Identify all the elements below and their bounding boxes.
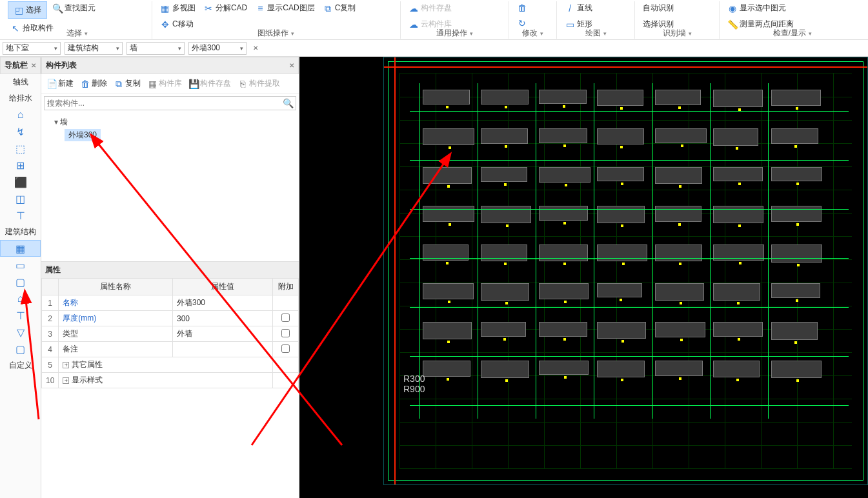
prop-value[interactable] (172, 342, 272, 357)
show-selected-icon: ◉ (727, 3, 738, 14)
show-cad-layer-label: 显示CAD图层 (267, 3, 314, 14)
component-store-icon: ☁ (409, 3, 419, 14)
multi-view[interactable]: ▦多视图 (157, 1, 198, 15)
drawing-canvas[interactable]: R300R900 (299, 57, 868, 498)
nav-tool-icon[interactable]: ⬚ (0, 140, 41, 157)
split-cad[interactable]: ✂分解CAD (201, 1, 250, 15)
ribbon-group: /直线▭矩形绘图 (557, 1, 635, 39)
prop-row[interactable]: 1名称外墙300 (42, 295, 299, 311)
ribbon-group: ◰选择🔍查找图元↖拾取构件选择 (3, 1, 152, 39)
category-select[interactable]: 建筑结构 (65, 42, 123, 55)
building-block (771, 322, 818, 340)
select-button-icon: ◰ (14, 5, 24, 15)
component-search[interactable]: 🔍 (44, 96, 296, 110)
ribbon-group-label: 绘图 (585, 28, 607, 39)
prop-extra[interactable] (273, 295, 299, 311)
delete-label: 删除 (92, 78, 107, 89)
c-move[interactable]: ✥C移动 (157, 17, 196, 31)
grid-line (478, 83, 478, 419)
component-store[interactable]: ☁构件存盘 (406, 1, 454, 15)
building-block (713, 283, 760, 301)
show-selected[interactable]: ◉显示选中图元 (725, 1, 789, 15)
component-select[interactable]: 外墙300 (188, 42, 247, 55)
pick-component-icon: ↖ (10, 23, 21, 34)
tree-item-wall300[interactable]: 外墙300 (65, 129, 101, 141)
filter-bar: 地下室 建筑结构 墙 外墙300 ✕ (0, 40, 868, 57)
toolbar-copy[interactable]: ⧉复制 (111, 77, 143, 90)
new-icon: 📄 (46, 79, 57, 89)
prop-index: 1 (42, 295, 59, 311)
nav-tool-icon[interactable]: ⊞ (0, 157, 41, 174)
c-move-icon: ✥ (160, 19, 170, 30)
building-block (655, 206, 701, 222)
nav-tool-icon[interactable]: ⌂ (0, 106, 41, 123)
show-cad-layer[interactable]: ≡显示CAD图层 (252, 1, 317, 15)
building-block (481, 128, 528, 144)
nav-tool-icon[interactable]: ◫ (0, 190, 41, 207)
nav-tool-icon[interactable]: ⌂ (0, 290, 41, 307)
measure-distance-icon: 📏 (727, 19, 738, 30)
nav-tool-icon[interactable]: ▢ (0, 274, 41, 290)
line[interactable]: /直线 (562, 1, 595, 15)
prop-extra[interactable] (273, 342, 299, 357)
split-cad-icon: ✂ (203, 3, 214, 14)
nav-close-icon[interactable]: ✕ (31, 62, 36, 69)
toolbar-component-save: 💾构件存盘 (186, 77, 234, 90)
type-select[interactable]: 墙 (126, 42, 185, 55)
delete[interactable]: 🗑 (514, 1, 532, 14)
grid-line (410, 111, 849, 112)
multi-view-icon: ▦ (160, 3, 170, 14)
filter-close-icon[interactable]: ✕ (253, 45, 258, 52)
search-input[interactable] (47, 99, 283, 108)
building-block (655, 167, 702, 184)
nav-tool-icon[interactable]: ⬛ (0, 174, 41, 190)
prop-extra[interactable] (273, 311, 299, 326)
nav-tool-icon[interactable]: ▭ (0, 257, 41, 274)
nav-tool-icon[interactable]: ▦ (0, 240, 41, 257)
prop-row[interactable]: 5+其它属性 (42, 357, 299, 373)
prop-row[interactable]: 2厚度(mm)300 (42, 311, 299, 326)
auto-recognize[interactable]: 自动识别 (640, 1, 676, 15)
select-button[interactable]: ◰选择 (8, 1, 47, 19)
nav-tool-icon[interactable]: ⊤ (0, 307, 41, 324)
properties-panel: 属性 属性名称 属性值 附加 1名称外墙3002厚度(mm)3003类型外墙4备… (41, 261, 299, 388)
building-block (713, 361, 760, 377)
prop-row[interactable]: 3类型外墙 (42, 326, 299, 342)
prop-col-name: 属性名称 (59, 279, 173, 295)
rect-icon: ▭ (565, 19, 575, 30)
ribbon-group-label: 识别墙 (663, 28, 692, 39)
new-label: 新建 (58, 78, 74, 89)
nav-tool-icon[interactable]: ▽ (0, 324, 41, 341)
ribbon-group: ▦多视图✂分解CAD≡显示CAD图层⧉C复制✥C移动图纸操作 (152, 1, 401, 39)
prop-value[interactable]: 300 (172, 311, 272, 326)
floor-select[interactable]: 地下室 (3, 42, 61, 55)
nav-tool-icon[interactable]: ↯ (0, 123, 41, 140)
nav-section-label: 建筑结构 (0, 224, 41, 240)
grid-line (536, 83, 536, 419)
prop-name: 类型 (59, 326, 173, 342)
expand-icon[interactable]: + (63, 362, 69, 368)
toolbar-new[interactable]: 📄新建 (44, 77, 76, 90)
toolbar-delete[interactable]: 🗑删除 (77, 77, 110, 90)
expand-icon[interactable]: + (63, 377, 69, 384)
c-copy-icon: ⧉ (323, 3, 333, 14)
component-list-close-icon[interactable]: ✕ (289, 62, 294, 69)
grid-line (768, 83, 769, 419)
c-copy[interactable]: ⧉C复制 (320, 1, 359, 15)
building-block (597, 322, 646, 339)
component-lib-label: 构件库 (159, 78, 182, 89)
building-block (481, 167, 527, 182)
prop-extra[interactable] (273, 326, 299, 342)
prop-row[interactable]: 4备注 (42, 342, 299, 357)
prop-value[interactable]: 外墙 (172, 326, 272, 342)
prop-row[interactable]: 10+显示样式 (42, 373, 299, 388)
find-graphic[interactable]: 🔍查找图元 (50, 1, 98, 15)
ribbon-group: ☁构件存盘☁云构件库通用操作 (401, 1, 509, 39)
nav-tool-icon[interactable]: ▢ (0, 341, 41, 357)
prop-value[interactable]: 外墙300 (172, 295, 272, 311)
building-block (771, 283, 820, 298)
nav-tool-icon[interactable]: ⊤ (0, 207, 41, 224)
tree-root-wall[interactable]: 墙 (46, 115, 294, 129)
pick-component[interactable]: ↖拾取构件 (8, 21, 56, 35)
building-block (655, 322, 705, 337)
